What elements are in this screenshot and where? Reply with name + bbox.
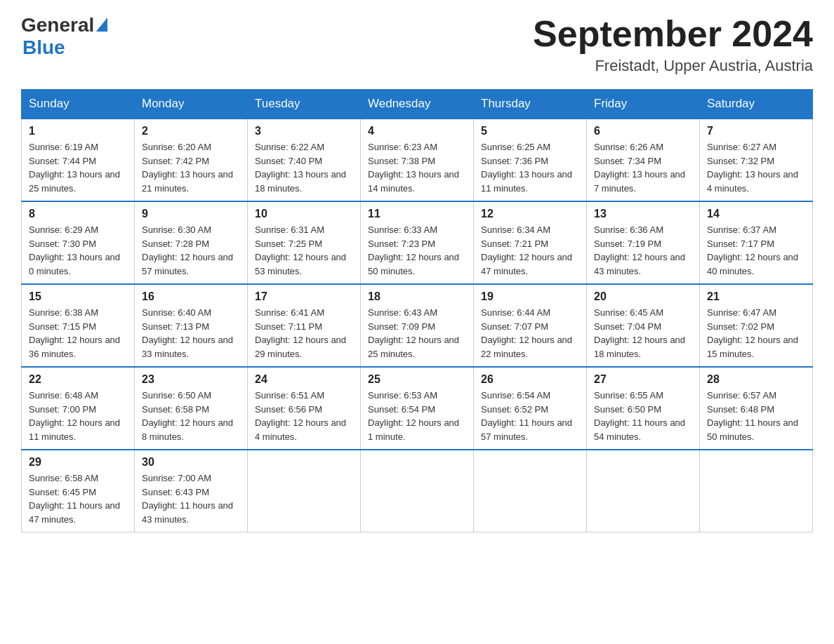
week-row-4: 22Sunrise: 6:48 AMSunset: 7:00 PMDayligh… bbox=[22, 367, 813, 450]
day-info: Sunrise: 6:37 AMSunset: 7:17 PMDaylight:… bbox=[707, 223, 805, 278]
day-number: 23 bbox=[142, 373, 240, 386]
week-row-2: 8Sunrise: 6:29 AMSunset: 7:30 PMDaylight… bbox=[22, 201, 813, 284]
calendar-cell: 21Sunrise: 6:47 AMSunset: 7:02 PMDayligh… bbox=[700, 284, 813, 367]
day-info: Sunrise: 6:50 AMSunset: 6:58 PMDaylight:… bbox=[142, 389, 240, 443]
day-number: 8 bbox=[29, 208, 127, 220]
day-info: Sunrise: 6:54 AMSunset: 6:52 PMDaylight:… bbox=[481, 389, 579, 443]
day-info: Sunrise: 6:29 AMSunset: 7:30 PMDaylight:… bbox=[29, 223, 127, 278]
calendar-cell bbox=[248, 450, 361, 532]
day-info: Sunrise: 6:36 AMSunset: 7:19 PMDaylight:… bbox=[594, 223, 692, 278]
calendar-cell: 3Sunrise: 6:22 AMSunset: 7:40 PMDaylight… bbox=[248, 119, 361, 201]
day-info: Sunrise: 6:51 AMSunset: 6:56 PMDaylight:… bbox=[255, 389, 353, 443]
day-info: Sunrise: 6:53 AMSunset: 6:54 PMDaylight:… bbox=[368, 389, 466, 443]
calendar-cell: 18Sunrise: 6:43 AMSunset: 7:09 PMDayligh… bbox=[361, 284, 474, 367]
day-number: 13 bbox=[594, 208, 692, 220]
location-title: Freistadt, Upper Austria, Austria bbox=[533, 57, 813, 75]
month-title: September 2024 bbox=[533, 14, 813, 54]
day-number: 15 bbox=[29, 290, 127, 303]
day-number: 4 bbox=[368, 125, 466, 137]
column-header-monday: Monday bbox=[135, 90, 248, 119]
day-info: Sunrise: 6:22 AMSunset: 7:40 PMDaylight:… bbox=[255, 140, 353, 195]
day-info: Sunrise: 6:48 AMSunset: 7:00 PMDaylight:… bbox=[29, 389, 127, 443]
day-info: Sunrise: 6:27 AMSunset: 7:32 PMDaylight:… bbox=[707, 140, 805, 195]
day-info: Sunrise: 6:47 AMSunset: 7:02 PMDaylight:… bbox=[707, 306, 805, 361]
day-number: 5 bbox=[481, 125, 579, 137]
calendar-cell: 15Sunrise: 6:38 AMSunset: 7:15 PMDayligh… bbox=[22, 284, 135, 367]
calendar-header-row: SundayMondayTuesdayWednesdayThursdayFrid… bbox=[22, 90, 813, 119]
day-number: 2 bbox=[142, 125, 240, 137]
day-info: Sunrise: 6:31 AMSunset: 7:25 PMDaylight:… bbox=[255, 223, 353, 278]
day-number: 21 bbox=[707, 290, 805, 303]
calendar-cell: 10Sunrise: 6:31 AMSunset: 7:25 PMDayligh… bbox=[248, 201, 361, 284]
calendar-cell: 5Sunrise: 6:25 AMSunset: 7:36 PMDaylight… bbox=[474, 119, 587, 201]
day-number: 18 bbox=[368, 290, 466, 303]
day-info: Sunrise: 6:43 AMSunset: 7:09 PMDaylight:… bbox=[368, 306, 466, 361]
day-number: 19 bbox=[481, 290, 579, 303]
calendar-cell: 28Sunrise: 6:57 AMSunset: 6:48 PMDayligh… bbox=[700, 367, 813, 450]
page-header: General Blue September 2024 Freistadt, U… bbox=[21, 14, 813, 75]
calendar-cell bbox=[474, 450, 587, 532]
day-number: 28 bbox=[707, 373, 805, 386]
calendar-cell: 29Sunrise: 6:58 AMSunset: 6:45 PMDayligh… bbox=[22, 450, 135, 532]
calendar-cell: 2Sunrise: 6:20 AMSunset: 7:42 PMDaylight… bbox=[135, 119, 248, 201]
day-number: 9 bbox=[142, 208, 240, 220]
day-info: Sunrise: 6:26 AMSunset: 7:34 PMDaylight:… bbox=[594, 140, 692, 195]
day-number: 20 bbox=[594, 290, 692, 303]
calendar-cell: 9Sunrise: 6:30 AMSunset: 7:28 PMDaylight… bbox=[135, 201, 248, 284]
week-row-1: 1Sunrise: 6:19 AMSunset: 7:44 PMDaylight… bbox=[22, 119, 813, 201]
day-info: Sunrise: 6:40 AMSunset: 7:13 PMDaylight:… bbox=[142, 306, 240, 361]
calendar-cell: 26Sunrise: 6:54 AMSunset: 6:52 PMDayligh… bbox=[474, 367, 587, 450]
day-info: Sunrise: 6:58 AMSunset: 6:45 PMDaylight:… bbox=[29, 471, 127, 526]
day-number: 27 bbox=[594, 373, 692, 386]
day-info: Sunrise: 6:33 AMSunset: 7:23 PMDaylight:… bbox=[368, 223, 466, 278]
column-header-saturday: Saturday bbox=[700, 90, 813, 119]
day-number: 29 bbox=[29, 456, 127, 469]
logo-general-text: General bbox=[21, 14, 94, 36]
calendar-cell: 14Sunrise: 6:37 AMSunset: 7:17 PMDayligh… bbox=[700, 201, 813, 284]
calendar-cell: 30Sunrise: 7:00 AMSunset: 6:43 PMDayligh… bbox=[135, 450, 248, 532]
column-header-wednesday: Wednesday bbox=[361, 90, 474, 119]
column-header-tuesday: Tuesday bbox=[248, 90, 361, 119]
calendar-cell bbox=[361, 450, 474, 532]
day-number: 17 bbox=[255, 290, 353, 303]
calendar-cell: 27Sunrise: 6:55 AMSunset: 6:50 PMDayligh… bbox=[587, 367, 700, 450]
title-area: September 2024 Freistadt, Upper Austria,… bbox=[533, 14, 813, 75]
calendar-cell: 20Sunrise: 6:45 AMSunset: 7:04 PMDayligh… bbox=[587, 284, 700, 367]
day-number: 22 bbox=[29, 373, 127, 386]
day-info: Sunrise: 6:57 AMSunset: 6:48 PMDaylight:… bbox=[707, 389, 805, 443]
day-number: 6 bbox=[594, 125, 692, 137]
day-info: Sunrise: 6:34 AMSunset: 7:21 PMDaylight:… bbox=[481, 223, 579, 278]
calendar-cell: 24Sunrise: 6:51 AMSunset: 6:56 PMDayligh… bbox=[248, 367, 361, 450]
calendar-cell: 12Sunrise: 6:34 AMSunset: 7:21 PMDayligh… bbox=[474, 201, 587, 284]
day-info: Sunrise: 6:45 AMSunset: 7:04 PMDaylight:… bbox=[594, 306, 692, 361]
day-number: 25 bbox=[368, 373, 466, 386]
day-number: 26 bbox=[481, 373, 579, 386]
calendar-cell: 25Sunrise: 6:53 AMSunset: 6:54 PMDayligh… bbox=[361, 367, 474, 450]
logo-triangle-icon bbox=[96, 18, 107, 32]
calendar-cell: 6Sunrise: 6:26 AMSunset: 7:34 PMDaylight… bbox=[587, 119, 700, 201]
day-number: 24 bbox=[255, 373, 353, 386]
day-number: 7 bbox=[707, 125, 805, 137]
day-number: 14 bbox=[707, 208, 805, 220]
week-row-3: 15Sunrise: 6:38 AMSunset: 7:15 PMDayligh… bbox=[22, 284, 813, 367]
calendar-cell: 7Sunrise: 6:27 AMSunset: 7:32 PMDaylight… bbox=[700, 119, 813, 201]
day-number: 3 bbox=[255, 125, 353, 137]
day-info: Sunrise: 7:00 AMSunset: 6:43 PMDaylight:… bbox=[142, 471, 240, 526]
calendar-cell bbox=[700, 450, 813, 532]
calendar-table: SundayMondayTuesdayWednesdayThursdayFrid… bbox=[21, 89, 813, 532]
day-info: Sunrise: 6:55 AMSunset: 6:50 PMDaylight:… bbox=[594, 389, 692, 443]
calendar-cell: 1Sunrise: 6:19 AMSunset: 7:44 PMDaylight… bbox=[22, 119, 135, 201]
calendar-cell: 23Sunrise: 6:50 AMSunset: 6:58 PMDayligh… bbox=[135, 367, 248, 450]
day-number: 12 bbox=[481, 208, 579, 220]
day-info: Sunrise: 6:20 AMSunset: 7:42 PMDaylight:… bbox=[142, 140, 240, 195]
calendar-cell: 16Sunrise: 6:40 AMSunset: 7:13 PMDayligh… bbox=[135, 284, 248, 367]
calendar-cell: 11Sunrise: 6:33 AMSunset: 7:23 PMDayligh… bbox=[361, 201, 474, 284]
column-header-friday: Friday bbox=[587, 90, 700, 119]
day-info: Sunrise: 6:19 AMSunset: 7:44 PMDaylight:… bbox=[29, 140, 127, 195]
day-number: 16 bbox=[142, 290, 240, 303]
day-number: 30 bbox=[142, 456, 240, 469]
day-info: Sunrise: 6:25 AMSunset: 7:36 PMDaylight:… bbox=[481, 140, 579, 195]
week-row-5: 29Sunrise: 6:58 AMSunset: 6:45 PMDayligh… bbox=[22, 450, 813, 532]
day-info: Sunrise: 6:44 AMSunset: 7:07 PMDaylight:… bbox=[481, 306, 579, 361]
day-number: 10 bbox=[255, 208, 353, 220]
